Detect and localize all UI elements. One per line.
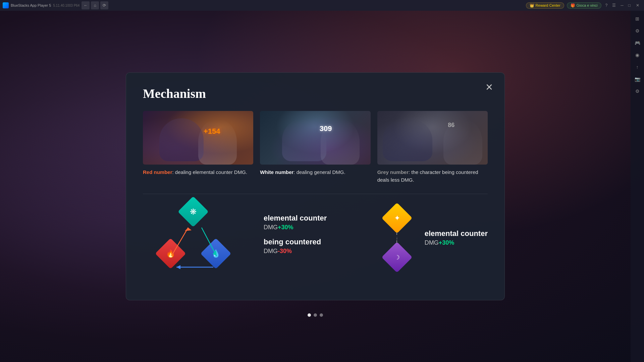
card-desc-red: Red number: dealing elemental counter DM… xyxy=(143,169,253,176)
being-countered-dmg: DMG-30% xyxy=(264,248,359,255)
char-silhouette-1 xyxy=(159,118,204,161)
nav-back-button[interactable]: ← xyxy=(82,1,90,9)
card-image-grey: 86 xyxy=(377,111,488,165)
elemental-right-icons: ✦ ↓ ☽ xyxy=(386,207,408,268)
being-countered-label: being countered xyxy=(264,238,359,246)
counter-info-right: elemental counter DMG+30% xyxy=(425,229,488,246)
titlebar-left: BlueStacks App Player 5 5.11.40.1003 P64… xyxy=(3,1,108,9)
card-image-red: +154 xyxy=(143,111,253,165)
titlebar-nav: ← ⌂ ⟳ xyxy=(82,1,108,9)
sidebar-icon-6[interactable]: 📷 xyxy=(632,74,643,84)
elemental-counter-block: elemental counter DMG+30% xyxy=(264,214,359,231)
card-desc-white-rest: : dealing general DMG. xyxy=(293,169,345,175)
menu-icon[interactable]: ☰ xyxy=(611,2,617,8)
help-icon[interactable]: ? xyxy=(604,2,609,8)
main-content: × Mechanism +154 Red number: dealing ele… xyxy=(0,11,631,362)
connector: ↓ xyxy=(396,232,398,244)
counter-info-left: elemental counter DMG+30% being countere… xyxy=(264,214,359,261)
divider xyxy=(143,194,488,194)
elemental-diagram: ❋ 🔥 💧 xyxy=(143,201,244,275)
bottom-section: ❋ 🔥 💧 xyxy=(143,201,488,275)
maximize-icon[interactable]: □ xyxy=(627,2,632,8)
sidebar-icon-1[interactable]: ⊞ xyxy=(632,13,643,24)
close-icon[interactable]: ✕ xyxy=(634,2,641,8)
red-highlight: Red number xyxy=(143,169,172,175)
card-red-dmg: +154 Red number: dealing elemental count… xyxy=(143,111,253,184)
app-logo xyxy=(3,2,9,8)
sidebar-icon-5[interactable]: ↑ xyxy=(632,62,643,72)
svg-marker-1 xyxy=(185,228,192,231)
nav-refresh-button[interactable]: ⟳ xyxy=(100,1,108,9)
titlebar-window-controls: ? ☰ ─ □ ✕ xyxy=(604,2,641,8)
purple-diamond-container: ☽ xyxy=(386,246,408,268)
app-title: BlueStacks App Player 5 xyxy=(11,3,51,7)
diagram-arrows xyxy=(143,201,244,275)
right-sidebar: ⊞ ⚙ 🎮 ◉ ↑ 📷 ⚙ xyxy=(631,11,644,362)
gold-diamond-container: ✦ xyxy=(386,207,408,229)
svg-line-2 xyxy=(202,228,217,256)
sidebar-icon-7[interactable]: ⚙ xyxy=(632,86,643,97)
svg-line-0 xyxy=(171,228,188,256)
cards-row: +154 Red number: dealing elemental count… xyxy=(143,111,488,184)
gioca-label: Gioca e vinci xyxy=(577,3,598,7)
reward-center-label: Reward Center xyxy=(536,3,560,7)
arrow-down-icon: ↓ xyxy=(396,235,398,240)
white-highlight: White number xyxy=(260,169,293,175)
modal-title: Mechanism xyxy=(143,86,488,101)
card-image-white: 309 xyxy=(260,111,370,165)
char-silhouette-5 xyxy=(383,118,432,161)
card-desc-white: White number: dealing general DMG. xyxy=(260,169,370,176)
counter-plus-value: +30% xyxy=(278,224,293,231)
pagination-dot-1[interactable] xyxy=(308,313,311,317)
card-grey-dmg: 86 Grey number: the character being coun… xyxy=(377,111,488,184)
modal-close-button[interactable]: × xyxy=(486,81,493,93)
crown-icon: 👑 xyxy=(530,3,534,8)
pagination xyxy=(308,313,323,317)
being-countered-block: being countered DMG-30% xyxy=(264,238,359,255)
grey-highlight: Grey number xyxy=(377,169,409,175)
right-elemental-section: ✦ ↓ ☽ xyxy=(379,207,488,268)
pagination-dot-3[interactable] xyxy=(320,313,323,317)
right-counter-dmg-text: DMG xyxy=(425,239,439,246)
right-counter-plus-value: +30% xyxy=(439,239,454,246)
sidebar-icon-4[interactable]: ◉ xyxy=(632,50,643,60)
sidebar-icon-2[interactable]: ⚙ xyxy=(632,25,643,36)
card-desc-grey: Grey number: the character being counter… xyxy=(377,169,488,184)
gold-icon: ✦ xyxy=(394,214,400,223)
app-version: 5.11.40.1003 P64 xyxy=(53,4,79,7)
svg-marker-3 xyxy=(213,250,217,256)
purple-icon: ☽ xyxy=(394,254,399,261)
mechanism-modal: × Mechanism +154 Red number: dealing ele… xyxy=(126,72,505,300)
counter-dmg-text: DMG xyxy=(264,224,278,231)
titlebar-right: 👑 Reward Center 🎁 Gioca e vinci ? ☰ ─ □ … xyxy=(526,2,641,9)
card-desc-red-rest: : dealing elemental counter DMG. xyxy=(172,169,247,175)
countered-minus-value: -30% xyxy=(278,248,292,254)
gift-icon: 🎁 xyxy=(571,3,575,8)
card-white-dmg: 309 White number: dealing general DMG. xyxy=(260,111,370,184)
reward-center-button[interactable]: 👑 Reward Center xyxy=(526,2,564,9)
nav-home-button[interactable]: ⌂ xyxy=(91,1,99,9)
char-silhouette-2 xyxy=(198,119,237,165)
right-elemental-counter-label: elemental counter xyxy=(425,229,488,238)
pagination-dot-2[interactable] xyxy=(314,313,317,317)
titlebar: BlueStacks App Player 5 5.11.40.1003 P64… xyxy=(0,0,644,11)
elemental-counter-label: elemental counter xyxy=(264,214,359,223)
element-gold: ✦ xyxy=(381,203,412,234)
minimize-icon[interactable]: ─ xyxy=(619,2,625,8)
gioca-button[interactable]: 🎁 Gioca e vinci xyxy=(567,2,601,9)
grey-damage-number: 86 xyxy=(448,122,454,129)
sidebar-icon-3[interactable]: 🎮 xyxy=(632,38,643,48)
red-damage-number: +154 xyxy=(204,127,220,136)
svg-marker-5 xyxy=(176,265,180,269)
elemental-counter-dmg: DMG+30% xyxy=(264,224,359,231)
right-elemental-counter-dmg: DMG+30% xyxy=(425,239,488,246)
element-purple: ☽ xyxy=(381,242,412,273)
countered-dmg-text: DMG xyxy=(264,248,278,254)
white-damage-number: 309 xyxy=(320,124,332,133)
